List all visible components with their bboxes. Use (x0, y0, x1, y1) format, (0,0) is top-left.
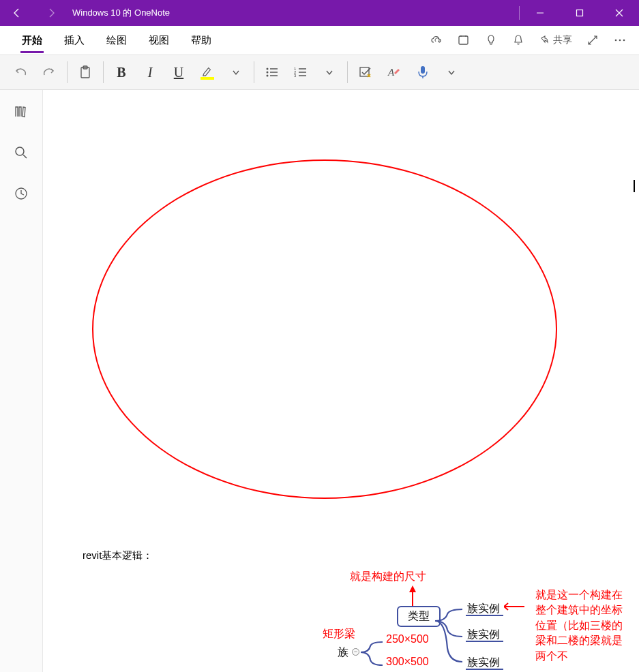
maximize-button[interactable] (560, 0, 599, 26)
share-label: 共享 (553, 34, 572, 46)
share-button[interactable]: 共享 (532, 34, 579, 46)
coordinate-annotation: 就是这一个构建在整个建筑中的坐标位置（比如三楼的梁和二楼的梁就是两个不 (535, 587, 631, 664)
cloud-sync-icon[interactable] (423, 26, 450, 55)
svg-point-25 (16, 147, 24, 155)
svg-point-13 (267, 75, 269, 77)
svg-text:3: 3 (294, 74, 297, 78)
note-canvas[interactable]: revit基本逻辑： 就是构建的尺寸 类型 矩形梁 族 − 250×500 30… (43, 90, 639, 672)
minimize-button[interactable] (520, 0, 560, 26)
menu-view[interactable]: 视图 (138, 26, 180, 55)
dimension-annotation: 就是构建的尺寸 (350, 570, 426, 584)
underline-button[interactable]: U (165, 57, 192, 87)
logic-title-text[interactable]: revit基本逻辑： (83, 549, 153, 562)
dim-250x500: 250×500 (386, 633, 429, 645)
meeting-icon[interactable] (450, 26, 477, 55)
svg-text:A: A (387, 67, 395, 78)
text-cursor (634, 180, 635, 192)
menu-start[interactable]: 开始 (11, 26, 53, 55)
fullscreen-icon[interactable] (579, 26, 606, 55)
menu-bar: 开始 插入 绘图 视图 帮助 共享 (0, 26, 639, 55)
lightbulb-icon[interactable] (477, 26, 505, 55)
close-button[interactable] (599, 0, 639, 26)
svg-line-26 (23, 155, 27, 158)
family-branch (361, 641, 388, 668)
undo-button[interactable] (7, 57, 34, 87)
rect-beam-label: 矩形梁 (323, 627, 355, 641)
instance-3: 族实例 (467, 656, 500, 670)
search-icon[interactable] (8, 139, 35, 166)
back-button[interactable] (0, 0, 34, 26)
dim-300x500: 300×500 (386, 656, 429, 668)
menu-draw[interactable]: 绘图 (95, 26, 138, 55)
notification-bell-icon[interactable] (505, 26, 532, 55)
title-divider (519, 6, 520, 20)
dictate-button[interactable] (409, 57, 436, 87)
svg-point-5 (619, 40, 621, 42)
svg-point-4 (615, 40, 617, 42)
svg-point-6 (623, 40, 625, 42)
more-toolbar-dropdown[interactable] (438, 57, 465, 87)
oval-shape[interactable] (92, 159, 557, 499)
svg-point-9 (267, 68, 269, 70)
svg-rect-1 (577, 10, 583, 16)
forward-button[interactable] (34, 0, 68, 26)
highlight-button[interactable] (194, 57, 221, 87)
instance-2: 族实例 (467, 628, 500, 642)
clear-format-button[interactable]: A (381, 57, 408, 87)
sidebar (0, 90, 43, 672)
notebooks-icon[interactable] (8, 98, 35, 125)
menu-help[interactable]: 帮助 (180, 26, 222, 55)
type-node[interactable]: 类型 (397, 606, 441, 627)
family-label: 族 (338, 645, 348, 660)
svg-rect-2 (459, 36, 468, 44)
clipboard-button[interactable] (72, 57, 99, 87)
collapse-toggle-icon[interactable]: − (352, 648, 359, 656)
todo-tag-button[interactable] (352, 57, 379, 87)
italic-button[interactable]: I (136, 57, 164, 87)
branch-lines (435, 606, 469, 667)
instance-arrow (504, 600, 531, 627)
mindmap-diagram[interactable]: 就是构建的尺寸 类型 矩形梁 族 − 250×500 300×500 族实例 族… (282, 568, 602, 672)
svg-point-11 (267, 72, 269, 74)
bold-button[interactable]: B (108, 57, 135, 87)
redo-button[interactable] (35, 57, 63, 87)
number-list-button[interactable]: 123 (287, 57, 314, 87)
title-bar: Windows 10 的 OneNote (0, 0, 639, 26)
toolbar: B I U 123 A (0, 55, 639, 90)
instance-1: 族实例 (467, 602, 500, 616)
recent-icon[interactable] (8, 180, 35, 207)
bullet-list-button[interactable] (258, 57, 286, 87)
font-dropdown[interactable] (222, 57, 250, 87)
menu-insert[interactable]: 插入 (53, 26, 95, 55)
more-options-icon[interactable] (606, 26, 634, 55)
svg-rect-23 (421, 66, 425, 74)
window-title: Windows 10 的 OneNote (68, 7, 518, 19)
paragraph-dropdown[interactable] (316, 57, 343, 87)
